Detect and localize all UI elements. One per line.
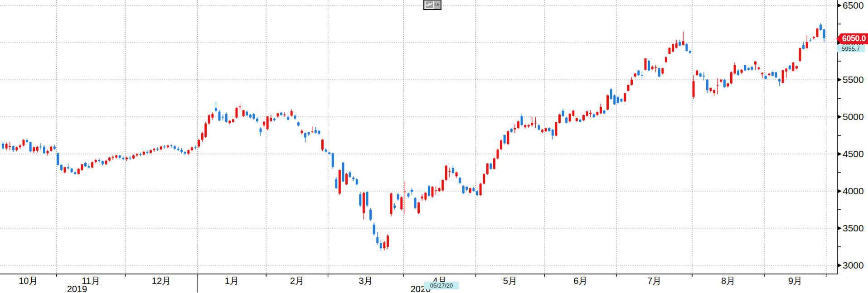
candle-body	[538, 125, 540, 130]
candle-body	[582, 115, 585, 120]
candle-body	[50, 147, 52, 151]
candle-body	[191, 147, 193, 150]
candle-body	[228, 121, 231, 123]
candle-body	[593, 114, 595, 117]
candle-body	[174, 146, 176, 149]
candle-body	[352, 178, 354, 179]
candle-body	[284, 115, 286, 115]
candle-body	[720, 80, 722, 82]
candle-body	[387, 235, 389, 247]
candle-body	[218, 112, 221, 121]
trading-chart-screen: 10月11月12月1月2月3月4月5月6月7月8月9月2019202065006…	[0, 0, 868, 293]
candle-body	[490, 163, 492, 168]
candle-body	[71, 168, 73, 172]
candle-body	[679, 42, 681, 45]
candle-body	[813, 37, 815, 38]
candle-body	[359, 194, 361, 206]
candle-body	[235, 108, 238, 117]
candle-body	[493, 159, 495, 169]
candle-body	[33, 147, 35, 151]
candle-body	[531, 123, 533, 125]
price-tick-arrow	[838, 115, 842, 119]
month-label-8: 5月	[503, 276, 517, 286]
candle-body	[184, 152, 186, 154]
candle-body	[393, 206, 396, 208]
candle-body	[693, 81, 695, 96]
candle-body	[507, 131, 509, 144]
last-price-tag: 6050.0	[836, 33, 868, 44]
candle-body	[335, 179, 337, 188]
candle-body	[156, 149, 159, 150]
candle-body	[802, 45, 805, 49]
candle-body	[486, 163, 489, 174]
candle-body	[242, 110, 245, 116]
candle-body	[428, 186, 430, 196]
crosshair-date-tag: 05/27/20	[424, 282, 459, 289]
price-tick-arrow	[838, 4, 842, 8]
candle-body	[472, 188, 475, 191]
candle-body	[500, 140, 502, 149]
candle-body	[600, 107, 602, 114]
candle-body	[129, 158, 131, 159]
candle-body	[672, 44, 674, 52]
candle-body	[441, 180, 444, 190]
candle-body	[36, 147, 39, 150]
price-tick-arrow	[838, 152, 842, 156]
month-label-1: 10月	[19, 276, 38, 286]
candle-body	[565, 118, 567, 123]
candle-body	[417, 202, 420, 213]
candle-body	[459, 178, 461, 183]
candlestick-chart-canvas[interactable]: 10月11月12月1月2月3月4月5月6月7月8月9月2019202065006…	[0, 0, 868, 293]
candle-body	[249, 115, 252, 118]
candle-body	[26, 140, 28, 142]
candle-body	[820, 25, 822, 30]
candle-body	[785, 68, 787, 72]
candle-body	[380, 243, 382, 248]
candle-body	[81, 164, 83, 170]
candle-body	[775, 72, 777, 77]
candle-body	[291, 111, 293, 115]
candle-body	[91, 162, 93, 168]
candle-body	[63, 167, 66, 173]
candle-body	[194, 147, 196, 148]
candle-body	[758, 67, 760, 69]
candle-body	[545, 128, 547, 131]
candle-body	[435, 190, 437, 191]
chart-options-button[interactable]	[423, 0, 441, 10]
candle-body	[606, 96, 609, 110]
candle-body	[778, 79, 781, 82]
candle-body	[167, 145, 169, 147]
candle-body	[78, 169, 80, 174]
candle-body	[376, 237, 378, 243]
secondary-price-tag: 5955.7	[837, 45, 865, 52]
candle-body	[730, 72, 732, 84]
candle-body	[610, 89, 612, 99]
candle-body	[143, 152, 145, 155]
candle-body	[589, 113, 592, 114]
candle-body	[325, 149, 327, 152]
candle-body	[689, 51, 691, 53]
candle-body	[22, 140, 24, 145]
candle-body	[709, 88, 712, 91]
mini-chart-icon	[425, 1, 434, 9]
candle-body	[273, 119, 276, 120]
candle-body	[466, 187, 468, 190]
candle-body	[211, 114, 213, 117]
candle-body	[397, 194, 399, 200]
candle-body	[685, 44, 688, 51]
candle-body	[246, 112, 248, 115]
candle-body	[480, 184, 482, 195]
candle-body	[115, 155, 117, 157]
candle-body	[641, 75, 643, 76]
candle-body	[744, 65, 746, 71]
candle-body	[363, 193, 365, 213]
candle-body	[369, 210, 372, 220]
candle-body	[572, 110, 574, 116]
candle-body	[345, 174, 348, 184]
candle-body	[332, 153, 334, 167]
month-label-3: 12月	[152, 276, 171, 286]
candle-body	[703, 76, 705, 77]
candle-body	[411, 190, 413, 192]
candle-body	[782, 70, 784, 83]
candle-body	[404, 192, 406, 192]
